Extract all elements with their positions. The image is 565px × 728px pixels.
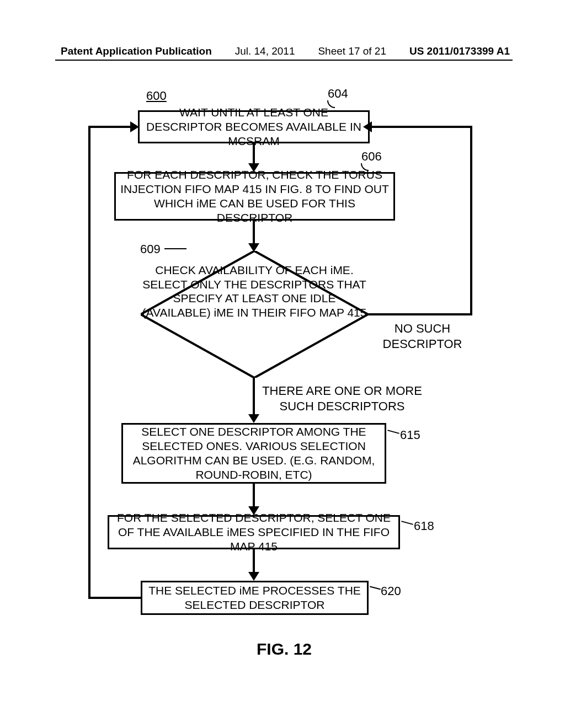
ref-604: 604 [328,86,348,101]
ref-620-lead [370,586,381,590]
ref-618-lead [401,521,413,525]
loop-v [88,126,90,599]
no-branch-h2 [370,126,472,128]
ref-600: 600 [146,88,167,104]
arrowhead-618-620 [248,572,259,581]
arrow-606-609 [253,221,255,245]
ref-609-lead [164,248,186,249]
step-check-fifo-map: FOR EACH DESCRIPTOR, CHECK THE TORUS INJ… [114,172,395,221]
ref-618: 618 [414,518,434,534]
no-branch-h1 [367,313,472,315]
step-select-ime: FOR THE SELECTED DESCRIPTOR, SELECT ONE … [108,515,400,549]
page-header: Patent Application Publication Jul. 14, … [61,45,510,57]
header-rule [55,60,513,61]
step-select-descriptor: SELECT ONE DESCRIPTOR AMONG THE SELECTED… [121,423,386,484]
ref-606: 606 [361,149,382,164]
arrow-615-618 [253,484,255,508]
ref-615-lead [387,430,399,434]
no-branch-v [470,126,472,315]
arrowhead-609-615 [248,414,259,423]
hdr-appno: US 2011/0173399 A1 [409,45,510,57]
arrow-618-620 [253,549,255,574]
hdr-sheet: Sheet 17 of 21 [318,45,386,57]
figure-label: FIG. 12 [83,640,486,659]
decision-check-availability: CHECK AVAILABILITY OF EACH iME. SELECT O… [141,251,368,378]
branch-yes-descriptors: THERE ARE ONE OR MORE SUCH DESCRIPTORS [254,383,430,414]
arrow-604-606 [253,143,255,165]
loop-h1 [88,597,141,599]
no-branch-arrowhead [363,121,372,132]
hdr-date: Jul. 14, 2011 [235,45,295,57]
flowchart: 600 604 WAIT UNTIL AT LEAST ONE DESCRIPT… [83,77,486,656]
loop-h2 [88,126,131,128]
ref-620: 620 [381,584,401,599]
step-wait-descriptor: WAIT UNTIL AT LEAST ONE DESCRIPTOR BECOM… [138,110,370,143]
arrow-609-615 [253,378,255,416]
hdr-publication: Patent Application Publication [61,45,212,57]
branch-no-descriptor: NO SUCH DESCRIPTOR [377,321,468,351]
loop-arrowhead [130,121,139,132]
decision-text: CHECK AVAILABILITY OF EACH iME. SELECT O… [141,263,368,319]
ref-615: 615 [400,427,420,443]
step-process-descriptor: THE SELECTED iME PROCESSES THE SELECTED … [141,581,369,615]
